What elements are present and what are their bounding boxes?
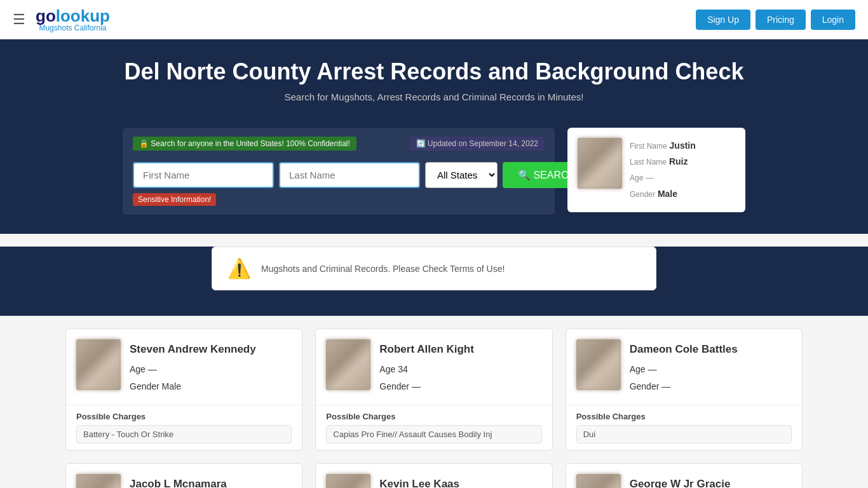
records-grid: Steven Andrew Kennedy Age — Gender Male … (65, 329, 803, 488)
record-name: Kevin Lee Kaas (379, 474, 459, 488)
warning-text: Mugshots and Criminal Records. Please Ch… (261, 264, 505, 274)
charges-section: Possible Charges Battery - Touch Or Stri… (66, 405, 302, 450)
signup-button[interactable]: Sign Up (696, 10, 750, 30)
record-gender: Gender — (630, 378, 738, 395)
logo-go: go (36, 6, 56, 25)
hero-subtitle: Search for Mugshots, Arrest Records and … (13, 92, 855, 102)
record-photo (76, 339, 121, 390)
confidential-badge: 🔒 Search for anyone in the United States… (133, 137, 356, 151)
record-card[interactable]: George W Jr Gracie Age 33 Gender — Possi… (566, 463, 803, 488)
record-photo (576, 474, 621, 488)
record-photo (76, 474, 121, 488)
header-left: ☰ golookup Mugshots California (13, 6, 110, 32)
record-name: Robert Allen Kight (379, 339, 474, 360)
record-info: Robert Allen Kight Age 34 Gender — (379, 339, 474, 395)
logo-lookup: lookup (56, 6, 110, 25)
record-age: Age — (130, 361, 256, 378)
record-name: Dameon Cole Battles (630, 339, 738, 360)
record-photo (576, 339, 621, 390)
page-title: Del Norte County Arrest Records and Back… (13, 58, 855, 85)
record-header: Kevin Lee Kaas Age — Gender — (316, 464, 552, 488)
charges-label: Possible Charges (76, 412, 292, 421)
person-firstname: First Name Justin (630, 138, 696, 154)
last-name-input[interactable] (279, 162, 420, 188)
search-row: All States 🔍 SEARCH (133, 162, 545, 188)
record-info: George W Jr Gracie Age 33 Gender — (630, 474, 731, 488)
records-section: Steven Andrew Kennedy Age — Gender Male … (53, 316, 815, 488)
record-header: Jacob L Mcnamara Age 22 Gender — (66, 464, 302, 488)
charge-item: Dui (576, 425, 792, 444)
record-info: Steven Andrew Kennedy Age — Gender Male (130, 339, 256, 395)
record-age: Age 34 (379, 361, 474, 378)
warning-bar: ⚠️ Mugshots and Criminal Records. Please… (212, 247, 656, 290)
record-header: Steven Andrew Kennedy Age — Gender Male (66, 329, 302, 405)
charges-label: Possible Charges (576, 412, 792, 421)
search-box: 🔒 Search for anyone in the United States… (123, 128, 555, 215)
header-right: Sign Up Pricing Login (696, 10, 855, 30)
charge-item: Capias Pro Fine// Assault Causes Bodily … (326, 425, 541, 444)
record-card[interactable]: Robert Allen Kight Age 34 Gender — Possi… (315, 329, 552, 451)
updated-badge: 🔄 Updated on September 14, 2022 (410, 137, 545, 151)
record-card[interactable]: Jacob L Mcnamara Age 22 Gender — Possibl… (65, 463, 302, 488)
person-info: First Name Justin Last Name Ruiz Age — G… (630, 138, 696, 202)
record-age: Age — (630, 361, 738, 378)
record-card[interactable]: Dameon Cole Battles Age — Gender — Possi… (566, 329, 803, 451)
menu-icon[interactable]: ☰ (13, 11, 25, 28)
record-name: Steven Andrew Kennedy (130, 339, 256, 360)
hero-section: Del Norte County Arrest Records and Back… (0, 39, 868, 128)
record-header: Robert Allen Kight Age 34 Gender — (316, 329, 552, 405)
record-gender: Gender — (379, 378, 474, 395)
person-gender: Gender Male (630, 186, 696, 202)
login-button[interactable]: Login (811, 10, 855, 30)
person-card: First Name Justin Last Name Ruiz Age — G… (567, 128, 745, 212)
warning-icon: ⚠️ (227, 257, 251, 280)
record-name: George W Jr Gracie (630, 474, 731, 488)
state-select[interactable]: All States (425, 162, 498, 188)
charges-section: Possible Charges Capias Pro Fine// Assau… (316, 405, 552, 450)
logo: golookup Mugshots California (36, 6, 110, 32)
charges-label: Possible Charges (326, 412, 541, 421)
record-info: Kevin Lee Kaas Age — Gender — (379, 474, 459, 488)
search-section: 🔒 Search for anyone in the United States… (0, 128, 868, 234)
record-gender: Gender Male (130, 378, 256, 395)
record-header: George W Jr Gracie Age 33 Gender — (566, 464, 802, 488)
record-name: Jacob L Mcnamara (130, 474, 227, 488)
charges-section: Possible Charges Dui (566, 405, 802, 450)
record-info: Jacob L Mcnamara Age 22 Gender — (130, 474, 227, 488)
record-photo (326, 339, 370, 390)
person-age: Age — (630, 170, 696, 186)
record-header: Dameon Cole Battles Age — Gender — (566, 329, 802, 405)
record-card[interactable]: Steven Andrew Kennedy Age — Gender Male … (65, 329, 302, 451)
record-photo (326, 474, 370, 488)
pricing-button[interactable]: Pricing (756, 10, 806, 30)
person-photo (578, 138, 622, 189)
record-info: Dameon Cole Battles Age — Gender — (630, 339, 738, 395)
first-name-input[interactable] (133, 162, 274, 188)
sensitive-badge: Sensitive Information! (133, 193, 216, 206)
record-card[interactable]: Kevin Lee Kaas Age — Gender — Possible C… (315, 463, 552, 488)
charge-item: Battery - Touch Or Strike (76, 425, 292, 444)
person-lastname: Last Name Ruiz (630, 154, 696, 170)
logo-subtitle: Mugshots California (36, 24, 110, 32)
header: ☰ golookup Mugshots California Sign Up P… (0, 0, 868, 39)
